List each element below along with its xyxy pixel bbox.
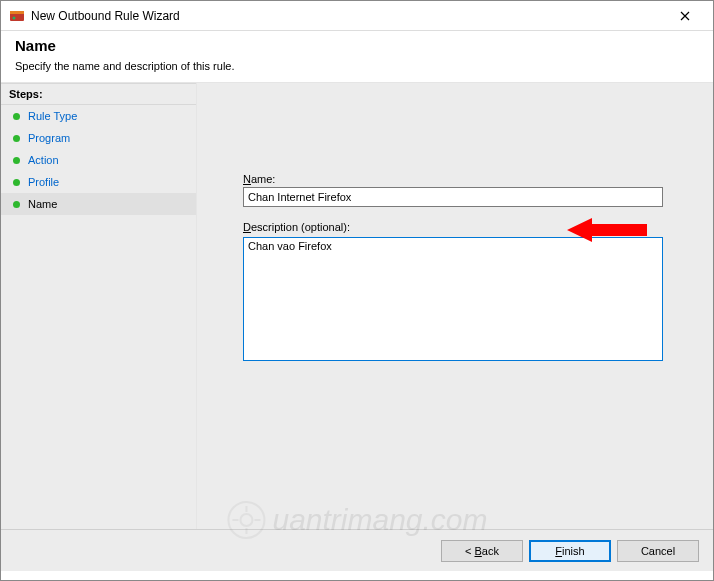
step-label: Profile — [28, 176, 59, 188]
close-button[interactable] — [665, 2, 705, 30]
steps-sidebar: Steps: Rule Type Program Action Profile … — [1, 83, 197, 529]
window-title: New Outbound Rule Wizard — [31, 9, 665, 23]
page-title: Name — [15, 37, 699, 54]
titlebar: New Outbound Rule Wizard — [1, 1, 713, 31]
step-bullet-icon — [13, 201, 20, 208]
name-label: Name: — [243, 173, 685, 185]
step-rule-type[interactable]: Rule Type — [1, 105, 196, 127]
step-bullet-icon — [13, 179, 20, 186]
description-field-block: Description (optional): — [243, 221, 685, 364]
step-bullet-icon — [13, 157, 20, 164]
back-button[interactable]: < Back — [441, 540, 523, 562]
name-input[interactable] — [243, 187, 663, 207]
step-profile[interactable]: Profile — [1, 171, 196, 193]
step-bullet-icon — [13, 113, 20, 120]
description-label: Description (optional): — [243, 221, 685, 233]
wizard-header: Name Specify the name and description of… — [1, 31, 713, 82]
step-program[interactable]: Program — [1, 127, 196, 149]
step-label: Rule Type — [28, 110, 77, 122]
cancel-button[interactable]: Cancel — [617, 540, 699, 562]
close-icon — [680, 11, 690, 21]
page-subtitle: Specify the name and description of this… — [15, 60, 699, 72]
wizard-footer: < Back Finish Cancel — [1, 529, 713, 571]
name-field-block: Name: — [243, 173, 685, 207]
steps-header: Steps: — [1, 83, 196, 105]
description-textarea[interactable] — [243, 237, 663, 361]
step-label: Program — [28, 132, 70, 144]
finish-button[interactable]: Finish — [529, 540, 611, 562]
step-bullet-icon — [13, 135, 20, 142]
wizard-body: Steps: Rule Type Program Action Profile … — [1, 82, 713, 529]
firewall-icon — [9, 8, 25, 24]
step-label: Action — [28, 154, 59, 166]
wizard-main: Name: Description (optional): — [197, 83, 713, 529]
step-action[interactable]: Action — [1, 149, 196, 171]
step-label: Name — [28, 198, 57, 210]
step-name[interactable]: Name — [1, 193, 196, 215]
svg-point-2 — [13, 16, 16, 19]
svg-rect-1 — [10, 11, 24, 14]
